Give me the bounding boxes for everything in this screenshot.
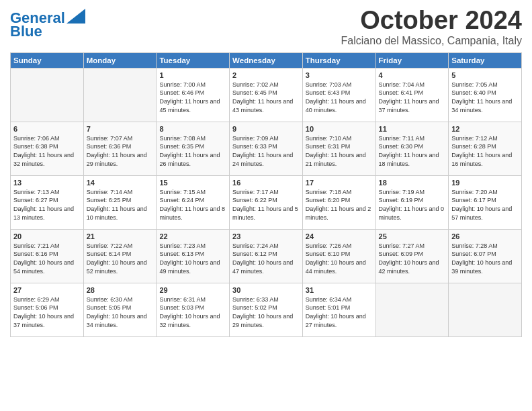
day-cell: 9Sunrise: 7:09 AM Sunset: 6:33 PM Daylig… [230, 122, 303, 175]
day-number: 13 [13, 179, 81, 187]
day-cell: 20Sunrise: 7:21 AM Sunset: 6:16 PM Dayli… [11, 229, 84, 283]
day-cell [449, 283, 522, 336]
day-info: Sunrise: 7:09 AM Sunset: 6:33 PM Dayligh… [232, 134, 300, 168]
svg-marker-0 [66, 9, 85, 24]
day-number: 12 [451, 125, 519, 133]
day-cell: 22Sunrise: 7:23 AM Sunset: 6:13 PM Dayli… [157, 229, 230, 283]
day-info: Sunrise: 7:00 AM Sunset: 6:46 PM Dayligh… [159, 81, 226, 114]
column-header-thursday: Thursday [302, 52, 375, 68]
day-cell: 18Sunrise: 7:19 AM Sunset: 6:19 PM Dayli… [375, 175, 449, 229]
day-info: Sunrise: 7:21 AM Sunset: 6:16 PM Dayligh… [13, 242, 81, 275]
day-info: Sunrise: 6:34 AM Sunset: 5:01 PM Dayligh… [306, 295, 373, 329]
day-cell: 24Sunrise: 7:26 AM Sunset: 6:10 PM Dayli… [302, 229, 375, 283]
day-number: 8 [159, 125, 226, 133]
day-info: Sunrise: 7:15 AM Sunset: 6:24 PM Dayligh… [159, 188, 226, 222]
day-info: Sunrise: 7:06 AM Sunset: 6:38 PM Dayligh… [13, 134, 81, 168]
day-info: Sunrise: 7:02 AM Sunset: 6:45 PM Dayligh… [232, 81, 300, 114]
day-info: Sunrise: 7:11 AM Sunset: 6:30 PM Dayligh… [379, 134, 446, 168]
day-cell: 23Sunrise: 7:24 AM Sunset: 6:12 PM Dayli… [230, 229, 303, 283]
day-info: Sunrise: 7:23 AM Sunset: 6:13 PM Dayligh… [159, 242, 226, 275]
day-number: 24 [306, 232, 373, 240]
day-cell: 5Sunrise: 7:05 AM Sunset: 6:40 PM Daylig… [449, 68, 522, 122]
day-number: 21 [87, 232, 154, 240]
day-cell: 11Sunrise: 7:11 AM Sunset: 6:30 PM Dayli… [375, 122, 449, 175]
day-number: 19 [451, 179, 519, 187]
day-info: Sunrise: 7:08 AM Sunset: 6:35 PM Dayligh… [159, 134, 226, 168]
day-number: 3 [306, 71, 373, 79]
day-cell: 12Sunrise: 7:12 AM Sunset: 6:28 PM Dayli… [449, 122, 522, 175]
day-number: 22 [159, 232, 226, 240]
day-info: Sunrise: 6:30 AM Sunset: 5:05 PM Dayligh… [87, 295, 154, 329]
title-block: October 2024 Falciano del Massico, Campa… [341, 7, 522, 47]
day-number: 30 [232, 286, 300, 294]
day-cell: 30Sunrise: 6:33 AM Sunset: 5:02 PM Dayli… [230, 283, 303, 336]
day-number: 26 [451, 232, 519, 240]
day-cell: 14Sunrise: 7:14 AM Sunset: 6:25 PM Dayli… [83, 175, 157, 229]
day-info: Sunrise: 7:14 AM Sunset: 6:25 PM Dayligh… [87, 188, 154, 222]
day-number: 1 [159, 71, 226, 79]
day-info: Sunrise: 7:28 AM Sunset: 6:07 PM Dayligh… [451, 242, 519, 275]
logo-text-blue: Blue [10, 24, 42, 40]
day-number: 31 [306, 286, 373, 294]
day-cell: 2Sunrise: 7:02 AM Sunset: 6:45 PM Daylig… [230, 68, 303, 122]
day-info: Sunrise: 7:10 AM Sunset: 6:31 PM Dayligh… [306, 134, 373, 168]
day-cell: 28Sunrise: 6:30 AM Sunset: 5:05 PM Dayli… [83, 283, 157, 336]
header-row: SundayMondayTuesdayWednesdayThursdayFrid… [11, 52, 522, 68]
week-row-5: 27Sunrise: 6:29 AM Sunset: 5:06 PM Dayli… [11, 283, 522, 336]
day-number: 18 [379, 179, 446, 187]
day-number: 9 [232, 125, 300, 133]
day-info: Sunrise: 7:22 AM Sunset: 6:14 PM Dayligh… [87, 242, 154, 275]
day-number: 10 [306, 125, 373, 133]
month-title: October 2024 [341, 7, 522, 35]
week-row-2: 6Sunrise: 7:06 AM Sunset: 6:38 PM Daylig… [11, 122, 522, 175]
day-cell: 4Sunrise: 7:04 AM Sunset: 6:41 PM Daylig… [375, 68, 449, 122]
day-cell: 19Sunrise: 7:20 AM Sunset: 6:17 PM Dayli… [449, 175, 522, 229]
day-number: 14 [87, 179, 154, 187]
day-number: 25 [379, 232, 446, 240]
day-info: Sunrise: 7:07 AM Sunset: 6:36 PM Dayligh… [87, 134, 154, 168]
column-header-sunday: Sunday [11, 52, 84, 68]
day-cell: 31Sunrise: 6:34 AM Sunset: 5:01 PM Dayli… [302, 283, 375, 336]
day-number: 5 [451, 71, 519, 79]
day-cell: 3Sunrise: 7:03 AM Sunset: 6:43 PM Daylig… [302, 68, 375, 122]
day-cell: 29Sunrise: 6:31 AM Sunset: 5:03 PM Dayli… [157, 283, 230, 336]
day-cell: 1Sunrise: 7:00 AM Sunset: 6:46 PM Daylig… [157, 68, 230, 122]
column-header-saturday: Saturday [449, 52, 522, 68]
week-row-4: 20Sunrise: 7:21 AM Sunset: 6:16 PM Dayli… [11, 229, 522, 283]
day-cell: 27Sunrise: 6:29 AM Sunset: 5:06 PM Dayli… [11, 283, 84, 336]
day-info: Sunrise: 7:12 AM Sunset: 6:28 PM Dayligh… [451, 134, 519, 168]
day-cell: 15Sunrise: 7:15 AM Sunset: 6:24 PM Dayli… [157, 175, 230, 229]
day-number: 15 [159, 179, 226, 187]
day-info: Sunrise: 7:19 AM Sunset: 6:19 PM Dayligh… [379, 188, 446, 222]
day-cell [375, 283, 449, 336]
day-number: 2 [232, 71, 300, 79]
day-info: Sunrise: 7:26 AM Sunset: 6:10 PM Dayligh… [306, 242, 373, 275]
day-info: Sunrise: 6:33 AM Sunset: 5:02 PM Dayligh… [232, 295, 300, 329]
day-cell [83, 68, 157, 122]
day-info: Sunrise: 6:29 AM Sunset: 5:06 PM Dayligh… [13, 295, 81, 329]
location: Falciano del Massico, Campania, Italy [341, 35, 522, 47]
day-cell: 21Sunrise: 7:22 AM Sunset: 6:14 PM Dayli… [83, 229, 157, 283]
day-cell: 7Sunrise: 7:07 AM Sunset: 6:36 PM Daylig… [83, 122, 157, 175]
day-cell: 26Sunrise: 7:28 AM Sunset: 6:07 PM Dayli… [449, 229, 522, 283]
day-info: Sunrise: 7:17 AM Sunset: 6:22 PM Dayligh… [232, 188, 300, 222]
day-info: Sunrise: 7:27 AM Sunset: 6:09 PM Dayligh… [379, 242, 446, 275]
week-row-1: 1Sunrise: 7:00 AM Sunset: 6:46 PM Daylig… [11, 68, 522, 122]
day-info: Sunrise: 7:04 AM Sunset: 6:41 PM Dayligh… [379, 81, 446, 114]
day-cell [11, 68, 84, 122]
day-number: 29 [159, 286, 226, 294]
day-info: Sunrise: 7:13 AM Sunset: 6:27 PM Dayligh… [13, 188, 81, 222]
day-info: Sunrise: 7:20 AM Sunset: 6:17 PM Dayligh… [451, 188, 519, 222]
day-cell: 13Sunrise: 7:13 AM Sunset: 6:27 PM Dayli… [11, 175, 84, 229]
day-cell: 16Sunrise: 7:17 AM Sunset: 6:22 PM Dayli… [230, 175, 303, 229]
day-number: 7 [87, 125, 154, 133]
day-number: 23 [232, 232, 300, 240]
day-info: Sunrise: 7:18 AM Sunset: 6:20 PM Dayligh… [306, 188, 373, 222]
day-number: 20 [13, 232, 81, 240]
day-info: Sunrise: 7:05 AM Sunset: 6:40 PM Dayligh… [451, 81, 519, 114]
day-number: 17 [306, 179, 373, 187]
day-number: 11 [379, 125, 446, 133]
day-cell: 6Sunrise: 7:06 AM Sunset: 6:38 PM Daylig… [11, 122, 84, 175]
day-info: Sunrise: 7:24 AM Sunset: 6:12 PM Dayligh… [232, 242, 300, 275]
column-header-wednesday: Wednesday [230, 52, 303, 68]
